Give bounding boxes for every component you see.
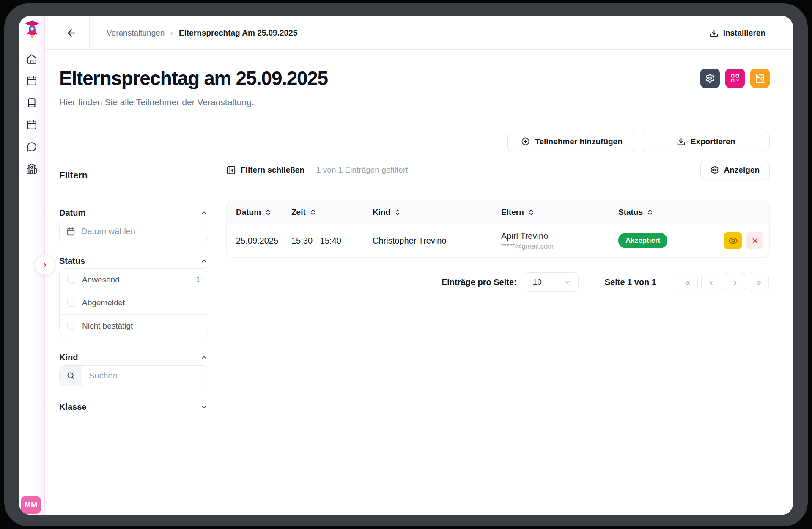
calendar-off-icon [755,73,765,83]
cell-datum: 25.09.2025 [227,236,291,246]
view-button[interactable] [724,232,742,249]
column-label: Datum [236,208,261,217]
sidebar-nav [19,53,44,174]
first-page-button[interactable]: « [678,272,698,292]
status-option-label: Abgemeldet [82,298,193,307]
breadcrumb: Veranstaltungen › Elternsprechtag Am 25.… [107,16,297,50]
chevron-up-icon [200,209,208,217]
book-icon[interactable] [26,97,37,108]
cell-actions [711,232,769,249]
sort-icon [528,209,535,216]
close-filters-button[interactable]: Filtern schließen [226,165,304,175]
column-header-zeit[interactable]: Zeit [291,208,373,217]
status-option-nicht-bestaetigt[interactable]: Nicht bestätigt [60,315,208,337]
arrow-left-icon [66,27,77,38]
filter-section-kind[interactable]: Kind [59,353,208,362]
filter-summary: 1 von 1 Einträgen gefiltert. [316,165,410,175]
school-icon[interactable] [26,163,37,174]
column-label: Zeit [291,208,306,217]
status-badge: Akzeptiert [618,233,667,248]
status-section-label: Status [59,256,85,266]
delete-button[interactable] [746,232,763,249]
calendar-icon[interactable] [26,119,37,130]
chevron-up-icon [200,354,208,362]
download-icon [677,137,686,146]
kind-search-field[interactable] [59,365,208,386]
last-page-button[interactable]: » [749,272,769,292]
status-option-abgemeldet[interactable]: Abgemeldet [60,291,208,314]
checkbox[interactable] [67,299,75,307]
install-label: Installieren [723,28,765,38]
topbar-divider [89,16,90,49]
page-info: Seite 1 von 1 [605,277,656,287]
export-button[interactable]: Exportieren [642,132,770,151]
sort-icon [265,209,272,216]
parent-email: *****@gmail.com [501,242,618,250]
date-input[interactable] [81,227,174,236]
column-header-kind[interactable]: Kind [373,208,501,217]
checkbox[interactable] [67,322,75,330]
display-settings-button[interactable]: Anzeigen [700,161,770,179]
settings-button[interactable] [700,69,720,88]
table-header-row: Datum Zeit Kind Eltern [227,200,769,224]
breadcrumb-parent[interactable]: Veranstaltungen [107,28,165,38]
app-logo-icon [25,19,40,39]
prev-page-button[interactable]: ‹ [701,272,721,292]
parent-name: Apirl Trevino [501,231,618,241]
filter-section-status[interactable]: Status [59,256,208,266]
user-badge[interactable]: MM [21,496,41,514]
qr-code-icon [730,73,740,83]
table-row: 25.09.2025 15:30 - 15:40 Christopher Tre… [227,224,769,257]
column-header-eltern[interactable]: Eltern [501,208,618,217]
per-page-select[interactable]: 10 [524,272,579,292]
main-content: Elternsprechtag am 25.09.2025 Hier finde… [45,50,793,515]
breadcrumb-separator-icon: › [170,29,173,37]
cell-zeit: 15:30 - 15:40 [291,236,373,246]
cell-status: Akzeptiert [618,233,711,248]
topbar: Veranstaltungen › Elternsprechtag Am 25.… [45,16,793,50]
status-option-label: Anwesend [82,275,189,285]
chevron-down-icon [200,403,208,411]
chevron-down-icon [564,279,571,286]
sort-icon [394,209,401,216]
export-label: Exportieren [691,137,735,146]
display-label: Anzeigen [724,165,760,175]
sort-icon [310,209,316,216]
install-button[interactable]: Installieren [710,16,765,50]
toolbar: Teilnehmer hinzufügen Exportieren [508,132,770,151]
filter-panel: Filtern Datum Status Anwesend 1 [59,170,208,424]
checkbox[interactable] [67,276,75,284]
app-screen: MM Veranstaltungen › Elternsprechtag Am … [19,16,793,515]
search-icon [60,366,82,386]
calendar-off-button[interactable] [750,69,770,88]
calendar-icon[interactable] [26,75,37,86]
sidebar-expand-button[interactable] [35,255,55,275]
status-options: Anwesend 1 Abgemeldet Nicht bestätigt [59,268,208,337]
add-participant-button[interactable]: Teilnehmer hinzufügen [508,132,636,151]
kind-search-input[interactable] [82,366,208,386]
close-filters-label: Filtern schließen [241,165,304,175]
status-option-label: Nicht bestätigt [82,321,193,331]
back-button[interactable] [63,25,80,41]
status-option-anwesend[interactable]: Anwesend 1 [60,269,208,291]
page-subtitle: Hier finden Sie alle Teilnehmer der Vera… [59,97,254,107]
cell-kind: Christopher Trevino [373,236,501,246]
datum-section-label: Datum [59,208,85,218]
qr-code-button[interactable] [725,69,745,88]
home-icon[interactable] [26,53,37,64]
gear-icon [705,73,715,83]
date-picker-field[interactable] [59,222,208,241]
column-header-datum[interactable]: Datum [227,208,291,217]
column-header-status[interactable]: Status [618,208,711,217]
kind-section-label: Kind [59,353,78,362]
filter-section-datum[interactable]: Datum [59,208,208,218]
header-actions [700,69,770,88]
plus-circle-icon [521,137,530,146]
next-page-button[interactable]: › [725,272,745,292]
chat-icon[interactable] [26,141,37,152]
close-icon [751,237,759,245]
filter-section-klasse[interactable]: Klasse [59,402,208,412]
calendar-icon [66,227,75,236]
breadcrumb-current: Elternsprechtag Am 25.09.2025 [179,28,297,38]
page-title: Elternsprechtag am 25.09.2025 [59,67,328,90]
